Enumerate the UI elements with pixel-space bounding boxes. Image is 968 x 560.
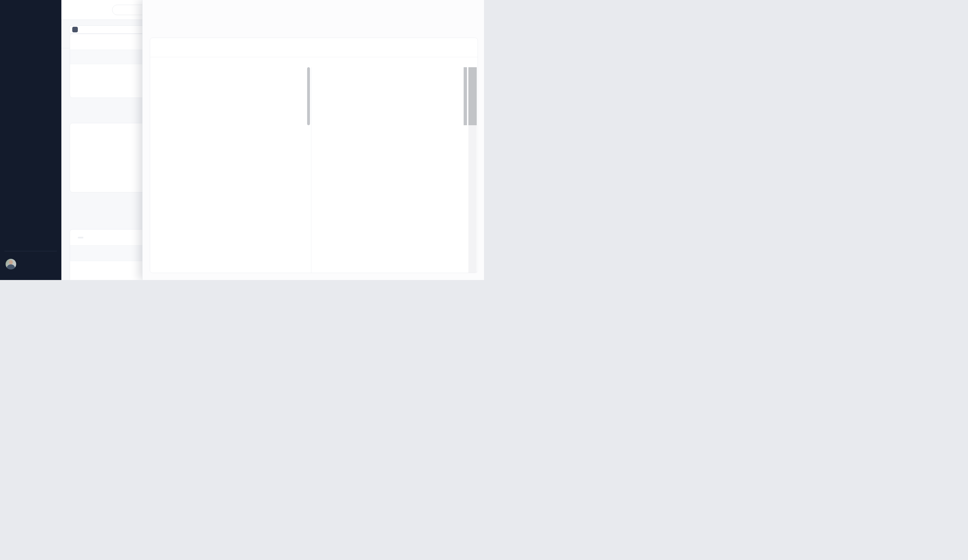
diff-pane-left [150,67,311,273]
namespace-selector[interactable] [69,25,153,34]
download-icon[interactable] [447,5,452,10]
sidebar-divider [5,251,57,251]
avatar[interactable] [6,259,16,269]
resource-version-row [150,57,477,67]
close-icon[interactable] [471,5,476,10]
details-card [150,38,478,273]
pods-count-badge [78,237,83,239]
left-pane-scrollbar[interactable] [307,67,310,125]
sidebar [0,0,61,280]
diff-minimap[interactable] [468,67,477,273]
user-row[interactable] [0,253,61,280]
minimap-viewport [468,67,477,125]
warning-icon [78,251,83,255]
namespace-badge [72,27,78,32]
modal-actions [447,5,476,10]
right-pane-scrollbar[interactable] [464,67,467,125]
mute-icon[interactable] [75,55,79,59]
upload-icon[interactable] [459,5,464,10]
diff-pane-right [311,67,477,273]
details-header [150,38,477,57]
app-screen [0,0,484,280]
yaml-diff [150,67,477,273]
spec-changed-modal [142,0,484,280]
